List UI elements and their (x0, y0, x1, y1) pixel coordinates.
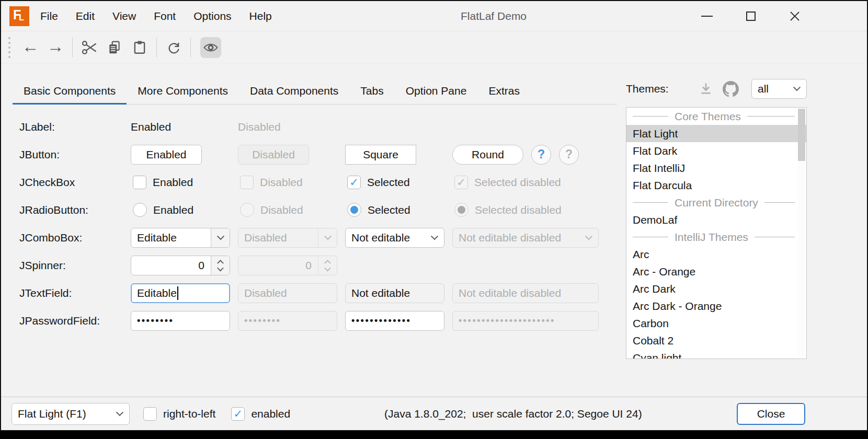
window-controls (685, 1, 817, 31)
jbutton-help-button[interactable]: ? (531, 145, 551, 165)
menu-options[interactable]: Options (185, 1, 240, 31)
jcheckbox-selected-disabled-checkbox: Selected disabled (452, 176, 561, 189)
tab-basic-components[interactable]: Basic Components (13, 78, 127, 104)
combo-arrow-button[interactable] (211, 228, 230, 247)
jradiobutton-selected-radio[interactable]: Selected (345, 203, 410, 217)
eye-icon (203, 42, 218, 53)
toolbar: ← → (1, 31, 867, 64)
radio-icon (133, 203, 147, 217)
jradiobutton-enabled-radio[interactable]: Enabled (131, 203, 193, 217)
cut-button[interactable] (77, 36, 102, 59)
enabled-checkbox[interactable]: enabled (229, 407, 290, 421)
spinner-buttons[interactable] (211, 256, 230, 275)
jpasswordfield-not-editable-input[interactable]: ••••••••••••• (345, 311, 444, 331)
tab-more-components[interactable]: More Components (127, 78, 239, 104)
tab-option-pane[interactable]: Option Pane (395, 78, 478, 104)
close-window-button[interactable] (773, 1, 817, 31)
theme-list-item[interactable]: DemoLaf (626, 211, 806, 228)
themes-scrollbar[interactable] (798, 109, 805, 357)
toolbar-grip[interactable] (8, 37, 10, 58)
textfield-value: Editable (137, 287, 177, 299)
jtextfield-editable-input[interactable]: Editable (131, 283, 230, 303)
menu-file[interactable]: File (31, 1, 67, 31)
jbutton-enabled-button[interactable]: Enabled (131, 145, 202, 165)
refresh-button[interactable] (161, 36, 186, 59)
forward-button[interactable]: → (43, 36, 68, 59)
github-link-button[interactable] (723, 81, 739, 97)
checkbox-icon (240, 176, 254, 189)
jpasswordfield-editable-input[interactable]: •••••••• (131, 311, 230, 331)
tab-data-components[interactable]: Data Components (239, 78, 349, 104)
spinner-value[interactable]: 0 (131, 256, 211, 275)
combo-value[interactable]: Editable (131, 232, 211, 244)
theme-list-item[interactable]: Flat IntelliJ (626, 159, 806, 177)
themes-filter-combo[interactable]: all (751, 79, 807, 99)
menu-view[interactable]: View (104, 1, 145, 31)
theme-list-item[interactable]: Flat Darcula (626, 177, 806, 194)
close-icon (789, 10, 801, 22)
menu-edit[interactable]: Edit (67, 1, 104, 31)
jtextfield-not-editable-input[interactable]: Not editable (345, 283, 444, 303)
radio-label: Selected (368, 204, 410, 216)
theme-list-item[interactable]: Arc Dark (626, 280, 806, 297)
theme-list-item[interactable]: Cobalt 2 (626, 332, 806, 349)
tab-extras[interactable]: Extras (477, 78, 531, 104)
laf-selector-combo[interactable]: Flat Light (F1) (12, 403, 130, 425)
combo-arrow-button[interactable] (787, 79, 806, 98)
scrollbar-thumb[interactable] (798, 109, 805, 161)
combo-arrow-button[interactable] (425, 228, 444, 247)
copy-button[interactable] (102, 36, 127, 59)
themes-header: Themes: all (626, 78, 807, 99)
textfield-value: Not editable (351, 287, 410, 299)
jcombobox-row-label: JComboBox: (13, 232, 131, 244)
window-title: FlatLaf Demo (461, 1, 527, 31)
download-themes-button[interactable] (699, 82, 713, 96)
radio-selected-icon (454, 203, 469, 217)
checkbox-icon (133, 176, 146, 189)
password-dots: •••••••• (244, 315, 281, 326)
copy-icon (107, 40, 122, 55)
status-text: (Java 1.8.0_202; user scale factor 2.0; … (384, 408, 642, 420)
theme-list-item[interactable]: Carbon (626, 315, 806, 332)
maximize-button[interactable] (729, 1, 773, 31)
maximize-icon (746, 11, 756, 21)
jspinner-row-label: JSpinner: (13, 259, 131, 272)
tab-tabs[interactable]: Tabs (349, 78, 394, 104)
jcombobox-editable[interactable]: Editable (131, 228, 230, 248)
jbutton-round-button[interactable]: Round (452, 145, 523, 165)
themes-label: Themes: (626, 83, 669, 95)
jcheckbox-disabled-checkbox: Disabled (238, 176, 303, 189)
tab-bar: Basic Components More Components Data Co… (13, 78, 617, 105)
show-hidden-toggle-button[interactable] (200, 37, 221, 58)
themes-panel: Themes: all Core Themes F (626, 78, 807, 359)
close-button[interactable]: Close (737, 403, 805, 425)
paste-button[interactable] (127, 36, 152, 59)
menu-bar: File Edit View Font Options Help (31, 1, 281, 31)
jbutton-square-button[interactable]: Square (345, 145, 416, 165)
theme-list-item[interactable]: Arc Dark - Orange (626, 297, 806, 315)
menu-help[interactable]: Help (241, 1, 281, 31)
theme-list-item[interactable]: Arc (626, 246, 806, 263)
jcheckbox-selected-checkbox[interactable]: Selected (345, 176, 410, 189)
jspinner-enabled[interactable]: 0 (131, 256, 230, 275)
jcheckbox-enabled-checkbox[interactable]: Enabled (131, 176, 193, 189)
checkbox-label: right-to-left (163, 408, 215, 420)
checkbox-checked-icon (347, 176, 361, 189)
chevron-down-icon (324, 233, 331, 240)
spinner-buttons (318, 256, 337, 275)
theme-list-item[interactable]: Cyan light (626, 349, 806, 359)
theme-list-item[interactable]: Flat Dark (626, 142, 806, 159)
back-button[interactable]: ← (18, 36, 43, 59)
combo-value: all (752, 83, 787, 95)
chevron-down-icon (216, 233, 224, 240)
combo-arrow-button (579, 228, 598, 247)
jcombobox-not-editable[interactable]: Not editable (345, 228, 444, 248)
theme-list-item[interactable]: Flat Light (626, 125, 806, 142)
minimize-button[interactable] (685, 1, 729, 31)
right-to-left-checkbox[interactable]: right-to-left (141, 407, 215, 421)
cut-icon (82, 40, 97, 55)
combo-arrow-button[interactable] (110, 403, 129, 424)
menu-font[interactable]: Font (145, 1, 185, 31)
theme-list-item[interactable]: Arc - Orange (626, 263, 806, 280)
jtextfield-not-editable-disabled-input: Not editable disabled (452, 283, 599, 303)
